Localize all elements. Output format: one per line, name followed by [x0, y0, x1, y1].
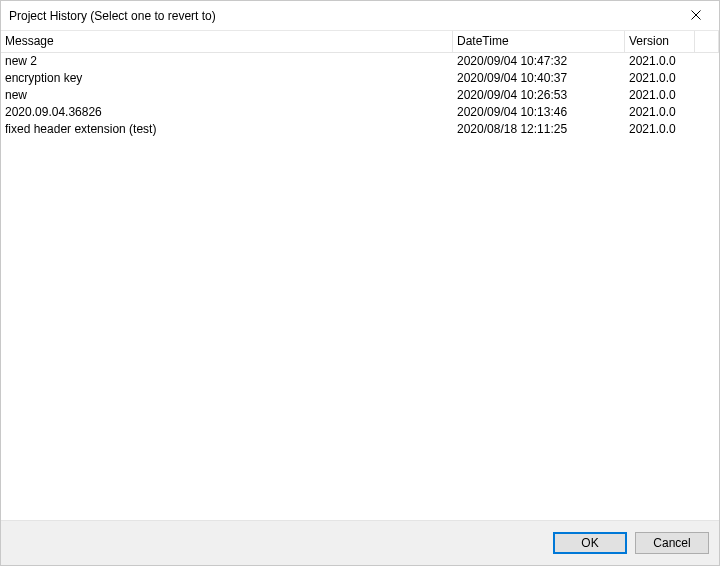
table-row-spacer	[695, 87, 719, 104]
table-row-version[interactable]: 2021.0.0	[625, 87, 695, 104]
table-row-message[interactable]: new 2	[1, 53, 453, 70]
table-row-message[interactable]: new	[1, 87, 453, 104]
table-row-message[interactable]: fixed header extension (test)	[1, 121, 453, 138]
dialog-window: Project History (Select one to revert to…	[0, 0, 720, 566]
table-row-message[interactable]: 2020.09.04.36826	[1, 104, 453, 121]
table-row-spacer	[695, 53, 719, 70]
cancel-button[interactable]: Cancel	[635, 532, 709, 554]
table-row-datetime[interactable]: 2020/09/04 10:13:46	[453, 104, 625, 121]
table-row-message[interactable]: encryption key	[1, 70, 453, 87]
column-header-message[interactable]: Message	[1, 31, 453, 53]
dialog-footer: OK Cancel	[1, 521, 719, 565]
window-title: Project History (Select one to revert to…	[9, 9, 673, 23]
table-row-version[interactable]: 2021.0.0	[625, 104, 695, 121]
close-button[interactable]	[673, 1, 719, 31]
titlebar: Project History (Select one to revert to…	[1, 1, 719, 31]
table-row-datetime[interactable]: 2020/09/04 10:40:37	[453, 70, 625, 87]
table-row-spacer	[695, 70, 719, 87]
column-header-datetime[interactable]: DateTime	[453, 31, 625, 53]
table-row-spacer	[695, 121, 719, 138]
table-row-datetime[interactable]: 2020/08/18 12:11:25	[453, 121, 625, 138]
column-header-version[interactable]: Version	[625, 31, 695, 53]
column-header-spacer	[695, 31, 719, 53]
ok-button[interactable]: OK	[553, 532, 627, 554]
table-row-version[interactable]: 2021.0.0	[625, 53, 695, 70]
table-row-datetime[interactable]: 2020/09/04 10:26:53	[453, 87, 625, 104]
table-row-spacer	[695, 104, 719, 121]
table-row-version[interactable]: 2021.0.0	[625, 70, 695, 87]
table-row-datetime[interactable]: 2020/09/04 10:47:32	[453, 53, 625, 70]
history-list[interactable]: Message DateTime Version new 22020/09/04…	[1, 31, 719, 521]
table-row-version[interactable]: 2021.0.0	[625, 121, 695, 138]
close-icon	[691, 9, 701, 23]
